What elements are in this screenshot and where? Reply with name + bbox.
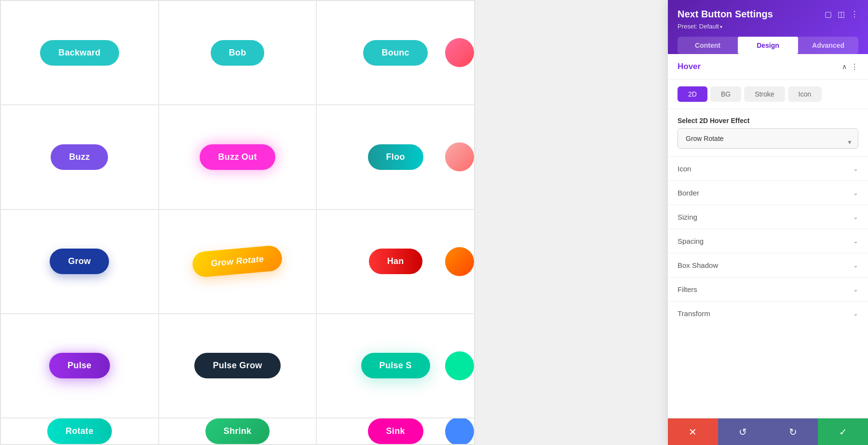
panel-title: Next Button Settings — [678, 9, 773, 20]
btn-rotate[interactable]: Rotate — [47, 418, 112, 444]
hover-section-title: Hover — [678, 62, 701, 71]
section-border-header[interactable]: Border ⌄ — [668, 181, 868, 205]
select-2d-label: Select 2D Hover Effect — [668, 109, 868, 128]
sub-tab-2d[interactable]: 2D — [678, 86, 707, 102]
section-icon-chevron: ⌄ — [853, 165, 858, 172]
hover-sub-tabs: 2D BG Stroke Icon — [668, 80, 868, 109]
screenshot-icon[interactable]: ▢ — [825, 10, 832, 19]
section-sizing-title: Sizing — [678, 213, 697, 221]
panel-body: Hover ∧ ⋮ 2D BG Stroke Icon Select 2D Ho… — [668, 54, 868, 418]
canvas-cell-shrink: Shrink — [159, 418, 317, 445]
btn-han[interactable]: Han — [369, 249, 422, 274]
canvas-cell-grow-rotate: Grow Rotate — [159, 209, 317, 314]
canvas-cell-pulse-grow: Pulse Grow — [159, 314, 317, 418]
tab-content[interactable]: Content — [678, 37, 738, 54]
btn-sink[interactable]: Sink — [368, 418, 423, 444]
sub-tab-bg[interactable]: BG — [710, 86, 741, 102]
btn-pulse-grow[interactable]: Pulse Grow — [194, 353, 280, 378]
hover-section-header: Hover ∧ ⋮ — [668, 54, 868, 80]
section-spacing: Spacing ⌄ — [668, 229, 868, 253]
settings-panel: Next Button Settings ▢ ◫ ⋮ Preset: Defau… — [668, 0, 868, 445]
section-icon: Icon ⌄ — [668, 156, 868, 181]
sub-tab-stroke[interactable]: Stroke — [744, 86, 785, 102]
section-spacing-header[interactable]: Spacing ⌄ — [668, 229, 868, 253]
btn-pulse-shrink[interactable]: Pulse S — [361, 353, 430, 378]
panel-title-row: Next Button Settings ▢ ◫ ⋮ — [678, 9, 858, 20]
section-transform-header[interactable]: Transform ⌄ — [668, 302, 868, 325]
panel-bottom-bar: ✕ ↺ ↻ ✓ — [668, 418, 868, 445]
btn-pulse[interactable]: Pulse — [49, 353, 110, 378]
canvas-area: Backward Bob Bounc Buzz Buzz Out Floo Gr… — [0, 0, 475, 445]
canvas-cell-buzz-out: Buzz Out — [159, 105, 317, 209]
btn-bounce[interactable]: Bounc — [363, 40, 428, 66]
section-filters-chevron: ⌄ — [853, 286, 858, 293]
btn-bob[interactable]: Bob — [211, 40, 265, 66]
section-sizing-chevron: ⌄ — [853, 213, 858, 221]
hover-section-icons: ∧ ⋮ — [842, 62, 858, 71]
btn-pulse-circle — [445, 351, 474, 380]
canvas-cell-pulse-shrink: Pulse S — [316, 314, 475, 418]
section-icon-header[interactable]: Icon ⌄ — [668, 157, 868, 181]
section-box-shadow-chevron: ⌄ — [853, 262, 858, 269]
btn-han-circle — [445, 247, 474, 276]
section-box-shadow-title: Box Shadow — [678, 261, 718, 269]
redo-button[interactable]: ↻ — [768, 418, 818, 445]
section-spacing-title: Spacing — [678, 237, 704, 245]
hover-chevron-icon[interactable]: ∧ — [842, 63, 847, 70]
btn-shrink[interactable]: Shrink — [205, 418, 270, 444]
canvas-cell-bob: Bob — [159, 0, 317, 105]
panel-tabs: Content Design Advanced — [678, 37, 858, 54]
section-transform-chevron: ⌄ — [853, 310, 858, 317]
undo-button[interactable]: ↺ — [718, 418, 768, 445]
btn-flood[interactable]: Floo — [368, 144, 423, 170]
panel-header: Next Button Settings ▢ ◫ ⋮ Preset: Defau… — [668, 0, 868, 54]
section-transform-title: Transform — [678, 309, 710, 318]
save-button[interactable]: ✓ — [818, 418, 868, 445]
section-spacing-chevron: ⌄ — [853, 237, 858, 245]
btn-buzz[interactable]: Buzz — [51, 144, 108, 170]
select-2d-wrapper: Grow Rotate None Grow Shrink Pulse Pulse… — [668, 128, 868, 156]
layout-icon[interactable]: ◫ — [838, 10, 845, 19]
more-options-icon[interactable]: ⋮ — [851, 10, 858, 19]
section-filters-title: Filters — [678, 285, 697, 293]
btn-grow-rotate[interactable]: Grow Rotate — [191, 245, 283, 278]
canvas-cell-buzz: Buzz — [0, 105, 159, 209]
section-filters-header[interactable]: Filters ⌄ — [668, 278, 868, 301]
sub-tab-icon[interactable]: Icon — [788, 86, 822, 102]
canvas-cell-pulse: Pulse — [0, 314, 159, 418]
canvas-cell-rotate: Rotate — [0, 418, 159, 445]
tab-design[interactable]: Design — [738, 37, 798, 54]
section-sizing-header[interactable]: Sizing ⌄ — [668, 205, 868, 229]
canvas-cell-flood: Floo — [316, 105, 475, 209]
section-box-shadow-header[interactable]: Box Shadow ⌄ — [668, 253, 868, 277]
section-box-shadow: Box Shadow ⌄ — [668, 253, 868, 277]
section-sizing: Sizing ⌄ — [668, 205, 868, 229]
canvas-cell-han: Han — [316, 209, 475, 314]
btn-grow[interactable]: Grow — [50, 249, 109, 274]
canvas-cell-grow: Grow — [0, 209, 159, 314]
canvas-cell-backward: Backward — [0, 0, 159, 105]
section-filters: Filters ⌄ — [668, 277, 868, 301]
section-border: Border ⌄ — [668, 181, 868, 205]
panel-preset[interactable]: Preset: Default▾ — [678, 23, 858, 30]
btn-flood-circle — [445, 142, 474, 171]
section-transform: Transform ⌄ — [668, 301, 868, 325]
cancel-button[interactable]: ✕ — [668, 418, 718, 445]
btn-buzz-out[interactable]: Buzz Out — [200, 144, 275, 170]
tab-advanced[interactable]: Advanced — [798, 37, 858, 54]
section-border-title: Border — [678, 189, 699, 197]
canvas-cell-sink: Sink — [316, 418, 475, 445]
section-icon-title: Icon — [678, 165, 691, 173]
section-border-chevron: ⌄ — [853, 189, 858, 196]
hover-dots-icon[interactable]: ⋮ — [851, 62, 858, 71]
canvas-cell-bounce: Bounc — [316, 0, 475, 105]
btn-bounce-circle — [445, 38, 474, 67]
btn-sink-circle — [445, 418, 474, 445]
panel-title-icons: ▢ ◫ ⋮ — [825, 10, 858, 19]
btn-backward[interactable]: Backward — [40, 40, 119, 66]
select-2d-dropdown[interactable]: Grow Rotate None Grow Shrink Pulse Pulse… — [678, 128, 858, 149]
